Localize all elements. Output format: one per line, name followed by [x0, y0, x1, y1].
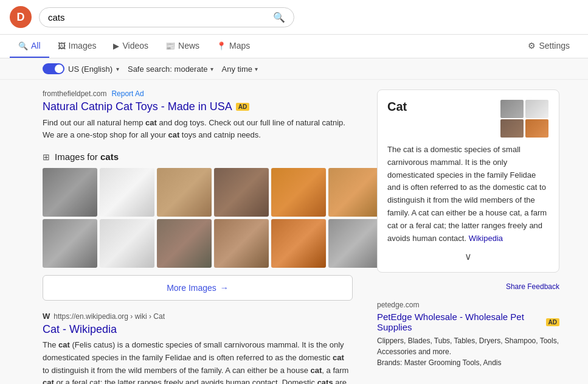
cat-thumb-10[interactable]: [214, 219, 269, 268]
knowledge-card: Cat The cat is a domestic species of sma…: [377, 89, 559, 273]
wiki-url: https://en.wikipedia.org › wiki › Cat: [54, 312, 165, 321]
cat-thumb-7[interactable]: [43, 219, 97, 268]
tab-all[interactable]: 🔍 All: [10, 35, 49, 58]
tab-images[interactable]: 🖼 Images: [49, 35, 105, 58]
wikipedia-result: W https://en.wikipedia.org › wiki › Cat …: [43, 312, 353, 384]
cat-thumb-4[interactable]: [214, 168, 269, 217]
time-arrow: ▾: [255, 66, 258, 72]
images-icon: 🖼: [58, 41, 66, 51]
region-toggle[interactable]: US (English) ▾: [43, 63, 119, 74]
ad-title-link[interactable]: Natural Catnip Cat Toys - Made in USA AD: [43, 100, 353, 113]
cat-thumb-2[interactable]: [100, 168, 154, 217]
cat-thumb-9[interactable]: [157, 219, 212, 268]
right-ad-title-text: PetEdge Wholesale - Wholesale Pet Suppli…: [377, 312, 542, 332]
cat-thumb-1[interactable]: [43, 168, 97, 217]
ad-title-text: Natural Catnip Cat Toys - Made in USA: [43, 100, 232, 113]
right-ad-source: petedge.com: [377, 301, 559, 309]
kc-header: Cat: [387, 100, 549, 138]
all-icon: 🔍: [18, 41, 28, 51]
safe-search-label: Safe search: moderate: [128, 65, 208, 74]
time-filter-label: Any time: [222, 65, 253, 74]
images-header-text: Images for cats: [55, 152, 119, 162]
cat-row-1: [43, 168, 353, 217]
right-ad-title-link[interactable]: PetEdge Wholesale - Wholesale Pet Suppli…: [377, 312, 559, 332]
tab-settings[interactable]: ⚙ Settings: [519, 35, 578, 58]
region-label: US (English): [68, 65, 112, 74]
right-ad-badge: AD: [546, 318, 559, 326]
images-section: ⊞ Images for cats: [43, 152, 353, 301]
wiki-description: The cat (Felis catus) is a domestic spec…: [43, 339, 353, 384]
wiki-w-icon: W: [43, 312, 50, 321]
tab-maps[interactable]: 📍 Maps: [208, 35, 258, 58]
videos-icon: ▶: [113, 41, 119, 51]
kc-thumb-4[interactable]: [525, 119, 548, 138]
ad-report-link[interactable]: Report Ad: [111, 89, 144, 98]
time-filter-dropdown[interactable]: Any time ▾: [222, 65, 258, 74]
kc-description: The cat is a domestic species of small c…: [387, 145, 547, 243]
cat-row-2: [43, 219, 353, 268]
tab-news-label: News: [178, 41, 199, 51]
ad-badge: AD: [236, 103, 249, 111]
filters-bar: US (English) ▾ Safe search: moderate ▾ A…: [0, 58, 588, 80]
images-header: ⊞ Images for cats: [43, 152, 353, 162]
tab-videos[interactable]: ▶ Videos: [105, 35, 157, 58]
nav-tabs: 🔍 All 🖼 Images ▶ Videos 📰 News 📍 Maps ⚙ …: [0, 35, 588, 58]
kc-thumb-2[interactable]: [525, 100, 548, 118]
header: D 🔍: [0, 0, 588, 35]
ad-source: fromthefieldpet.com Report Ad: [43, 89, 353, 98]
search-bar: 🔍: [39, 7, 294, 27]
kc-body: The cat is a domestic species of small c…: [387, 144, 549, 245]
cat-thumb-3[interactable]: [157, 168, 212, 217]
wiki-title-link[interactable]: Cat - Wikipedia: [43, 323, 353, 336]
search-icon[interactable]: 🔍: [273, 12, 285, 23]
kc-image-grid: [500, 100, 549, 138]
wiki-source: W https://en.wikipedia.org › wiki › Cat: [43, 312, 353, 321]
right-ad-brands: Brands: Master Grooming Tools, Andis: [377, 357, 559, 368]
logo[interactable]: D: [10, 6, 32, 28]
cat-image-grid: [43, 168, 353, 268]
left-column: fromthefieldpet.com Report Ad Natural Ca…: [0, 80, 365, 384]
kc-thumb-1[interactable]: [500, 100, 524, 118]
tab-images-label: Images: [69, 41, 97, 51]
ad-result: fromthefieldpet.com Report Ad Natural Ca…: [43, 89, 353, 141]
logo-letter: D: [17, 11, 25, 24]
kc-title: Cat: [387, 100, 407, 114]
cat-thumb-8[interactable]: [100, 219, 154, 268]
search-input[interactable]: [48, 12, 268, 23]
more-images-arrow: →: [220, 283, 229, 293]
toggle-switch[interactable]: [43, 63, 64, 74]
safe-search-dropdown[interactable]: Safe search: moderate ▾: [128, 65, 213, 74]
safe-search-arrow: ▾: [210, 66, 213, 72]
more-images-label: More Images: [167, 283, 216, 293]
kc-expand-button[interactable]: ∨: [387, 251, 549, 262]
tab-maps-label: Maps: [229, 41, 250, 51]
tab-videos-label: Videos: [122, 41, 148, 51]
cat-thumb-11[interactable]: [271, 219, 326, 268]
share-feedback-link[interactable]: Share Feedback: [377, 282, 559, 291]
ad-description: Find out our all natural hemp cat and do…: [43, 117, 353, 141]
right-ad-description: Clippers, Blades, Tubs, Tables, Dryers, …: [377, 335, 559, 357]
right-column: Cat The cat is a domestic species of sma…: [365, 80, 572, 384]
kc-thumb-3[interactable]: [500, 119, 524, 138]
tab-news[interactable]: 📰 News: [157, 35, 208, 58]
expand-icon: ∨: [465, 251, 472, 262]
main-content: fromthefieldpet.com Report Ad Natural Ca…: [0, 80, 588, 384]
cat-thumb-5[interactable]: [271, 168, 326, 217]
ad-domain: fromthefieldpet.com: [43, 89, 106, 98]
maps-icon: 📍: [216, 41, 226, 51]
tab-all-label: All: [31, 41, 41, 51]
images-query: cats: [100, 152, 119, 162]
region-arrow: ▾: [116, 66, 119, 72]
more-images-button[interactable]: More Images →: [43, 275, 353, 301]
right-ad: petedge.com PetEdge Wholesale - Wholesal…: [377, 301, 559, 368]
settings-icon: ⚙: [528, 41, 536, 51]
news-icon: 📰: [165, 41, 175, 51]
settings-label: Settings: [539, 41, 570, 51]
images-section-icon: ⊞: [43, 152, 50, 162]
kc-wikipedia-link[interactable]: Wikipedia: [469, 234, 503, 243]
toggle-knob: [55, 65, 63, 73]
